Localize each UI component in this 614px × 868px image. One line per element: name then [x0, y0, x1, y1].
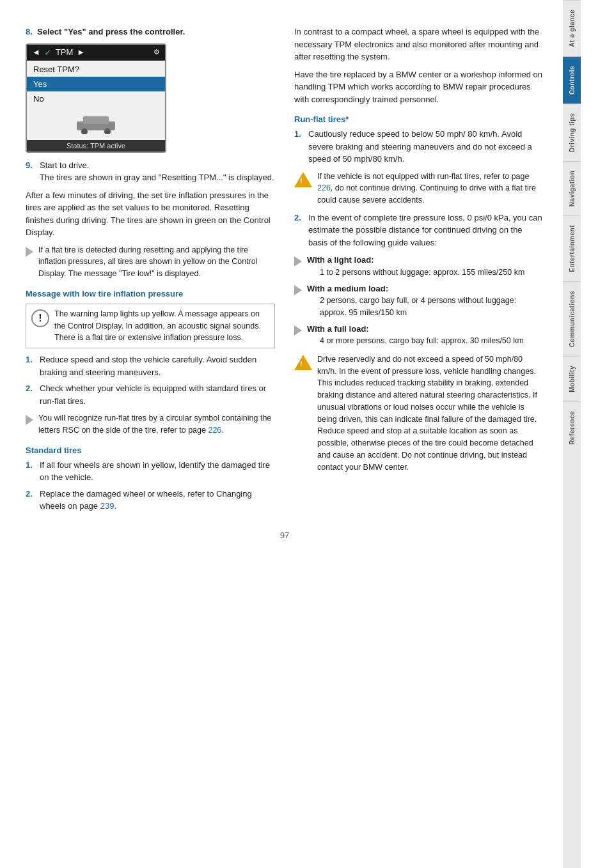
light-load-text: With a light load: 1 to 2 persons withou…	[307, 254, 524, 279]
exclamation-icon: !	[31, 309, 49, 327]
right-intro: In contrast to a compact wheel, a spare …	[294, 26, 544, 63]
play-icon	[26, 247, 33, 257]
low-tire-steps: 1. Reduce speed and stop the vehicle car…	[26, 353, 275, 407]
run-flat-warning2-text: Drive reservedly and do not exceed a spe…	[317, 353, 544, 474]
right-para2: Have the tire replaced by a BMW center o…	[294, 68, 544, 106]
tpm-menu-item-reset[interactable]: Reset TPM?	[27, 62, 165, 77]
flat-tire-note-text: If a flat tire is detected during resett…	[38, 244, 275, 280]
low-tire-step2: 2. Check whether your vehicle is equippe…	[26, 382, 275, 407]
run-flat-note-text: You will recognize run-flat tires by a c…	[38, 412, 275, 437]
run-flat-warning2: Drive reservedly and do not exceed a spe…	[294, 353, 544, 474]
run-flat-tires-heading: Run-flat tires*	[294, 114, 544, 124]
standard-tires-heading: Standard tires	[26, 446, 275, 455]
standard-step2-num: 2.	[26, 488, 36, 513]
tpm-menu-item-no[interactable]: No	[27, 91, 165, 106]
standard-step2-text: Replace the damaged wheel or wheels, ref…	[40, 488, 275, 513]
run-flat-step1-num: 1.	[294, 128, 304, 166]
sidebar-tab-mobility[interactable]: Mobility	[563, 356, 581, 401]
sidebar-tab-controls[interactable]: Controls	[563, 56, 581, 104]
flat-tire-note-box: If a flat tire is detected during resett…	[26, 244, 275, 280]
run-flat-step2-block: 2. In the event of complete tire pressur…	[294, 212, 544, 249]
low-tire-step2-text: Check whether your vehicle is equipped w…	[40, 382, 275, 407]
step9-block: 9. Start to drive. The tires are shown i…	[26, 159, 275, 184]
standard-tires-steps: 1. If all four wheels are shown in yello…	[26, 459, 275, 513]
bullet-play-icon-3	[294, 325, 302, 336]
sidebar-tab-at-a-glance[interactable]: At a glance	[563, 0, 581, 56]
tpm-header: ◄ ✓ TPM ► ⚙	[27, 45, 165, 61]
tpm-status: Status: TPM active	[27, 140, 165, 151]
medium-load-sub: 2 persons, cargo bay full, or 4 persons …	[307, 295, 544, 319]
tpm-menu-item-yes[interactable]: Yes	[27, 77, 165, 91]
tpm-arrow-left: ◄	[32, 47, 40, 57]
light-load-item: With a light load: 1 to 2 persons withou…	[294, 254, 544, 279]
tpm-settings-icon: ⚙	[154, 48, 160, 56]
svg-rect-1	[83, 116, 109, 124]
left-column: 8. Select "Yes" and press the controller…	[26, 26, 275, 518]
run-flat-warning1-text: If the vehicle is not equipped with run-…	[317, 171, 544, 206]
standard-step1-num: 1.	[26, 459, 36, 484]
tpm-screen: ◄ ✓ TPM ► ⚙ Reset TPM? Yes No	[26, 43, 166, 153]
run-flat-step1: 1. Cautiously reduce speed to below 50 m…	[294, 128, 544, 166]
run-flat-warning1: If the vehicle is not equipped with run-…	[294, 171, 544, 206]
standard-tires-step1: 1. If all four wheels are shown in yello…	[26, 459, 275, 484]
triangle-warning-icon-2	[294, 355, 312, 370]
low-tire-warning-box: ! The warning lamp lights up yellow. A m…	[26, 304, 275, 348]
run-flat-recognition-note: You will recognize run-flat tires by a c…	[26, 412, 275, 437]
run-flat-page-link[interactable]: 226	[317, 183, 331, 192]
standard-tires-step2: 2. Replace the damaged wheel or wheels, …	[26, 488, 275, 513]
main-content: 8. Select "Yes" and press the controller…	[0, 0, 563, 868]
step8-label: 8. Select "Yes" and press the controller…	[26, 26, 275, 38]
tpm-menu: Reset TPM? Yes No	[27, 61, 165, 140]
tpm-title: TPM	[56, 47, 73, 57]
tpm-checkmark: ✓	[44, 47, 52, 58]
full-load-item: With a full load: 4 or more persons, car…	[294, 323, 544, 348]
run-flat-step1-text: Cautiously reduce speed to below 50 mph/…	[308, 128, 544, 166]
sidebar-tab-communications[interactable]: Communications	[563, 281, 581, 356]
low-tire-step1-text: Reduce speed and stop the vehicle carefu…	[40, 353, 275, 378]
sidebar-tab-navigation[interactable]: Navigation	[563, 161, 581, 215]
step9-text: Start to drive. The tires are shown in g…	[40, 159, 274, 184]
run-flat-step2-num: 2.	[294, 212, 304, 249]
low-tire-warning-text: The warning lamp lights up yellow. A mes…	[54, 308, 269, 344]
sidebar-tab-driving-tips[interactable]: Driving tips	[563, 104, 581, 161]
medium-load-text: With a medium load: 2 persons, cargo bay…	[307, 283, 544, 320]
sidebar-tab-reference[interactable]: Reference	[563, 401, 581, 454]
run-flat-step2: 2. In the event of complete tire pressur…	[294, 212, 544, 249]
run-flat-steps: 1. Cautiously reduce speed to below 50 m…	[294, 128, 544, 166]
triangle-warning-icon	[294, 172, 312, 187]
step9-number: 9.	[26, 159, 36, 184]
full-load-text: With a full load: 4 or more persons, car…	[307, 323, 524, 348]
changing-wheels-link[interactable]: 239	[100, 501, 114, 511]
low-tire-step1-num: 1.	[26, 353, 36, 378]
right-column: In contrast to a compact wheel, a spare …	[294, 26, 544, 518]
after-steps-text: After a few minutes of driving, the set …	[26, 189, 275, 239]
run-flat-link[interactable]: 226	[208, 426, 221, 435]
right-sidebar: At a glance Controls Driving tips Naviga…	[563, 0, 581, 868]
play-icon-2	[26, 415, 33, 425]
step8-text: Select "Yes" and press the controller.	[37, 27, 185, 36]
bullet-play-icon-1	[294, 256, 302, 267]
standard-step1-text: If all four wheels are shown in yellow, …	[40, 459, 275, 484]
run-flat-step2-text: In the event of complete tire pressure l…	[308, 212, 544, 249]
bullet-play-icon-2	[294, 285, 302, 295]
low-tire-step1: 1. Reduce speed and stop the vehicle car…	[26, 353, 275, 378]
page-number: 97	[26, 531, 544, 540]
tpm-arrow-right: ►	[77, 47, 85, 57]
low-tire-step2-num: 2.	[26, 382, 36, 407]
step9-item: 9. Start to drive. The tires are shown i…	[26, 159, 275, 184]
tpm-car-icon	[70, 109, 122, 134]
sidebar-tab-entertainment[interactable]: Entertainment	[563, 215, 581, 281]
section-low-tire-heading: Message with low tire inflation pressure	[26, 289, 275, 298]
light-load-sub: 1 to 2 persons without luggage: approx. …	[307, 267, 524, 279]
medium-load-item: With a medium load: 2 persons, cargo bay…	[294, 283, 544, 320]
load-bullet-list: With a light load: 1 to 2 persons withou…	[294, 254, 544, 348]
full-load-sub: 4 or more persons, cargo bay full: appro…	[307, 335, 524, 347]
step8-number: 8.	[26, 27, 33, 36]
